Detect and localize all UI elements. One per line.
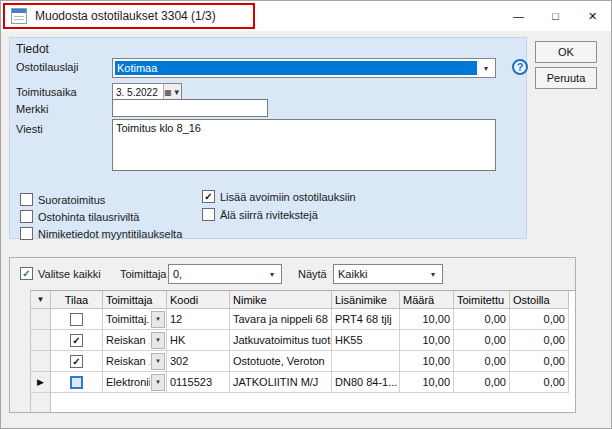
column-header-toimittaja[interactable]: Toimittaja xyxy=(103,291,167,309)
column-header-toimitettu[interactable]: Toimitettu xyxy=(454,291,510,309)
cancel-button[interactable]: Peruuta xyxy=(535,67,597,89)
ostotilauslaji-value: Kotimaa xyxy=(115,61,477,75)
toimitettu-cell[interactable]: 0,00 xyxy=(454,330,510,351)
tilaa-checkbox[interactable]: ✓ xyxy=(70,334,83,347)
column-header-tilaa[interactable]: Tilaa xyxy=(51,291,103,309)
row-selector-gutter xyxy=(31,393,51,412)
checkbox-label: Ostohinta tilausriviltä xyxy=(38,211,140,223)
table-row[interactable]: ✓ Reiskan ...▾ HK Jatkuvatoimitus tuote … xyxy=(31,330,575,351)
toimittaja-filter-combobox[interactable]: 0, ▾ xyxy=(168,264,282,284)
viesti-label: Viesti xyxy=(16,123,43,135)
checkbox-ala-siirra-riviteksteja[interactable]: Älä siirrä rivitekstejä xyxy=(202,208,318,221)
checkbox-box[interactable]: ✓ xyxy=(202,190,215,203)
form-panel: Tiedot Ostotilauslaji Kotimaa ▾ ? Toimit… xyxy=(9,37,527,239)
tilaa-checkbox-cell[interactable]: ✓ xyxy=(51,330,103,351)
koodi-cell[interactable]: HK xyxy=(167,330,230,351)
column-header-maara[interactable]: Määrä xyxy=(400,291,454,309)
checkbox-nimiketiedot-myyntitilaukselta[interactable]: Nimiketiedot myyntitilaukselta xyxy=(20,227,182,240)
column-header-lisanimike[interactable]: Lisänimike xyxy=(332,291,400,309)
koodi-cell[interactable]: 12 xyxy=(167,309,230,330)
select-all-icon[interactable]: ✓ xyxy=(20,267,33,280)
row-selector[interactable] xyxy=(31,330,51,351)
column-header-ostoilla[interactable]: Ostoilla xyxy=(510,291,569,309)
toimitettu-cell[interactable]: 0,00 xyxy=(454,351,510,372)
maximize-icon[interactable]: □ xyxy=(537,1,574,31)
ostotilauslaji-combobox[interactable]: Kotimaa ▾ xyxy=(112,58,496,78)
viesti-textarea[interactable]: Toimitus klo 8_16 xyxy=(112,119,496,171)
current-row-icon: ▶ xyxy=(37,377,44,387)
row-selector[interactable]: ▶ xyxy=(31,372,51,393)
toimittaja-cell[interactable]: Toimittaj...▾ xyxy=(103,309,167,330)
nimike-cell[interactable]: JATKOLIITIN M/J xyxy=(230,372,332,393)
nayta-filter-combobox[interactable]: Kaikki ▾ xyxy=(333,264,443,284)
grid-body: Toimittaj...▾ 12 Tavara ja nippeli 68 PR… xyxy=(31,309,575,393)
tilaa-checkbox-cell[interactable]: ✓ xyxy=(51,351,103,372)
maara-cell[interactable]: 10,00 xyxy=(400,330,454,351)
minimize-icon[interactable]: — xyxy=(500,1,537,31)
chevron-down-icon[interactable]: ▾ xyxy=(151,374,165,391)
nimike-cell[interactable]: Ostotuote, Veroton xyxy=(230,351,332,372)
row-selector[interactable] xyxy=(31,351,51,372)
group-label: Tiedot xyxy=(16,42,49,56)
table-row[interactable]: ▶ Elektronii...▾ 0115523 JATKOLIITIN M/J… xyxy=(31,372,575,393)
checkbox-box[interactable] xyxy=(20,227,33,240)
toimitettu-cell[interactable]: 0,00 xyxy=(454,372,510,393)
ok-button[interactable]: OK xyxy=(535,41,597,63)
ostoilla-cell[interactable]: 0,00 xyxy=(510,330,569,351)
chevron-down-icon[interactable]: ▾ xyxy=(151,311,165,328)
checkbox-suoratoimitus[interactable]: Suoratoimitus xyxy=(20,193,105,206)
chevron-down-icon[interactable]: ▾ xyxy=(478,60,494,76)
koodi-cell[interactable]: 0115523 xyxy=(167,372,230,393)
chevron-down-icon[interactable]: ▾ xyxy=(151,353,165,370)
close-icon[interactable]: ✕ xyxy=(574,1,611,31)
lisanimike-cell[interactable]: PRT4 68 tjlj xyxy=(332,309,400,330)
chevron-down-icon[interactable]: ▾ xyxy=(425,266,441,282)
toimittaja-filter-label: Toimittaja xyxy=(120,268,166,280)
chevron-down-icon[interactable]: ▾ xyxy=(151,332,165,349)
maara-cell[interactable]: 10,00 xyxy=(400,351,454,372)
lisanimike-cell[interactable]: DN80 84-1... xyxy=(332,372,400,393)
lisanimike-cell[interactable] xyxy=(332,351,400,372)
tilaa-checkbox[interactable] xyxy=(70,313,83,326)
select-all-button[interactable]: Valitse kaikki xyxy=(38,268,101,280)
maara-cell[interactable]: 10,00 xyxy=(400,372,454,393)
column-header-koodi[interactable]: Koodi xyxy=(167,291,230,309)
nayta-filter-label: Näytä xyxy=(298,268,327,280)
checkbox-lisaa-avoimiin-ostotilauksiin[interactable]: ✓ Lisää avoimiin ostotilauksiin xyxy=(202,190,356,203)
toimitettu-cell[interactable]: 0,00 xyxy=(454,309,510,330)
row-selector[interactable] xyxy=(31,309,51,330)
toimittaja-filter-value: 0, xyxy=(173,265,263,283)
ostoilla-cell[interactable]: 0,00 xyxy=(510,309,569,330)
nayta-filter-value: Kaikki xyxy=(338,265,424,283)
window-title: Muodosta ostotilaukset 3304 (1/3) xyxy=(35,9,216,23)
chevron-down-icon[interactable]: ▾ xyxy=(264,266,280,282)
checkbox-box[interactable] xyxy=(20,193,33,206)
checkbox-label: Älä siirrä rivitekstejä xyxy=(220,209,318,221)
merkki-input[interactable] xyxy=(112,99,268,117)
tilaa-checkbox-cell[interactable] xyxy=(51,372,103,393)
tilaa-checkbox-cell[interactable] xyxy=(51,309,103,330)
checkbox-box[interactable] xyxy=(202,208,215,221)
nimike-cell[interactable]: Jatkuvatoimitus tuote xyxy=(230,330,332,351)
koodi-cell[interactable]: 302 xyxy=(167,351,230,372)
column-header-nimike[interactable]: Nimike xyxy=(230,291,332,309)
lisanimike-cell[interactable]: HK55 xyxy=(332,330,400,351)
toimittaja-cell[interactable]: Reiskan ...▾ xyxy=(103,351,167,372)
toimittaja-cell[interactable]: Elektronii...▾ xyxy=(103,372,167,393)
tilaa-checkbox[interactable] xyxy=(70,376,83,389)
filter-icon[interactable]: ▼ xyxy=(31,291,51,309)
checkbox-ostohinta-tilausrivilta[interactable]: Ostohinta tilausriviltä xyxy=(20,210,140,223)
merkki-label: Merkki xyxy=(16,103,48,115)
date-value: 3. 5.2022 xyxy=(113,87,163,98)
toimittaja-cell[interactable]: Reiskan ...▾ xyxy=(103,330,167,351)
maara-cell[interactable]: 10,00 xyxy=(400,309,454,330)
ostoilla-cell[interactable]: 0,00 xyxy=(510,372,569,393)
table-row[interactable]: Toimittaj...▾ 12 Tavara ja nippeli 68 PR… xyxy=(31,309,575,330)
orders-grid: ▼ Tilaa Toimittaja Koodi Nimike Lisänimi… xyxy=(30,290,575,412)
tilaa-checkbox[interactable]: ✓ xyxy=(70,355,83,368)
table-row[interactable]: ✓ Reiskan ...▾ 302 Ostotuote, Veroton 10… xyxy=(31,351,575,372)
nimike-cell[interactable]: Tavara ja nippeli 68 xyxy=(230,309,332,330)
help-icon[interactable]: ? xyxy=(512,59,528,75)
checkbox-box[interactable] xyxy=(20,210,33,223)
ostoilla-cell[interactable]: 0,00 xyxy=(510,351,569,372)
